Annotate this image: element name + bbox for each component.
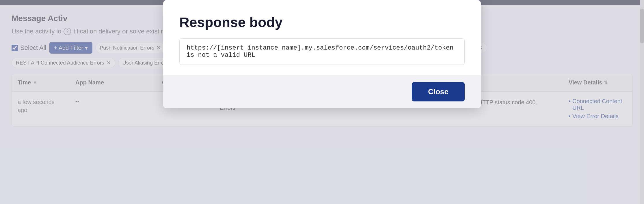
modal-code-content: https://[insert_instance_name].my.salesf…	[179, 38, 465, 65]
modal-title: Response body	[179, 14, 465, 30]
modal-close-button[interactable]: Close	[412, 82, 465, 101]
modal-overlay: Response body https://[insert_instance_n…	[0, 0, 644, 204]
modal-footer: Close	[163, 75, 481, 108]
response-body-modal: Response body https://[insert_instance_n…	[163, 0, 481, 108]
